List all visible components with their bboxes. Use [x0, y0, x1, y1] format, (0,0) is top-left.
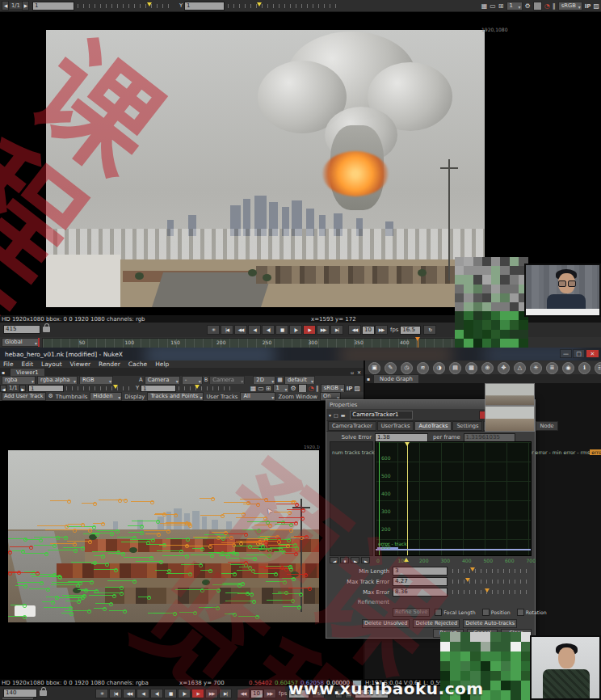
viewer-thumbnail[interactable] — [485, 406, 535, 432]
play-forward-button[interactable]: ▶ — [303, 325, 316, 335]
tab-usertracks[interactable]: UserTracks — [377, 421, 414, 431]
layer-count-dropdown[interactable]: 1 — [506, 2, 523, 11]
next-keyframe-button[interactable]: ▶▶ — [205, 689, 218, 698]
gamma-field[interactable]: 1 — [141, 385, 176, 392]
toolbar-channel-icon[interactable]: ≋ — [417, 362, 429, 374]
toolbar-metadata-icon[interactable]: ℹ — [578, 362, 590, 374]
toolbar-toolsets-icon[interactable]: ☷ — [595, 362, 601, 374]
prev-keyframe-button[interactable]: ◀◀ — [123, 689, 136, 698]
checkbox-rotation[interactable]: Rotation — [517, 609, 547, 616]
background-swatch[interactable] — [533, 2, 542, 11]
frame-increment-field[interactable]: 10 — [250, 689, 263, 698]
menu-cache[interactable]: Cache — [128, 361, 147, 368]
jump-back-button[interactable]: ◀◀ — [237, 689, 250, 698]
stereo-dropdown[interactable]: default — [284, 376, 315, 385]
input-a-dropdown[interactable]: Camera — [145, 376, 180, 385]
frame-range-mode-dropdown[interactable]: Global — [2, 338, 39, 347]
goto-end-button[interactable]: ▶| — [219, 689, 232, 698]
graph-playhead-line[interactable] — [407, 442, 408, 556]
zoom-prev-button[interactable]: ◀ — [2, 1, 9, 11]
max-track-error-slider[interactable] — [452, 580, 528, 584]
display-channel-dropdown[interactable]: RGB — [79, 376, 113, 385]
alpha-dropdown[interactable]: rgba.alpha — [37, 376, 78, 385]
stop-button[interactable]: ■ — [164, 689, 177, 698]
range-mode-sliver[interactable] — [2, 697, 34, 700]
max-error-slider[interactable] — [452, 590, 528, 594]
node-name-field[interactable]: CameraTracker1 — [350, 411, 413, 420]
stat-error-rms[interactable]: error - rms — [561, 449, 590, 455]
zoom-next-button[interactable]: ▶ — [19, 385, 26, 392]
ab-sync-button[interactable]: ✳ — [95, 689, 108, 698]
input-process-toggle[interactable]: IP — [347, 386, 353, 392]
pane-float-icon[interactable]: ▫ — [351, 368, 354, 377]
next-keyframe-button[interactable]: ▶▶ — [317, 325, 330, 335]
maximize-button[interactable]: □ — [573, 349, 585, 358]
grid-icon[interactable]: ▦ — [277, 376, 283, 385]
view-mode-dropdown[interactable]: 2D — [253, 376, 275, 385]
loop-mode-button[interactable]: ↻ — [423, 325, 436, 335]
tab-cameratracker[interactable]: CameraTracker — [328, 421, 376, 431]
add-user-track-button[interactable]: Add User Track — [2, 392, 46, 401]
toolbar-keyer-icon[interactable]: ▩ — [465, 362, 477, 374]
zoom-prev-button[interactable]: ◀ — [0, 385, 6, 392]
layer-dropdown[interactable]: rgba — [2, 376, 36, 385]
gamma-slider[interactable] — [228, 4, 341, 8]
min-length-field[interactable]: 3 — [393, 567, 448, 576]
ab-sync-button[interactable]: ✳ — [207, 325, 220, 335]
error-graph-plot[interactable]: error - track 600500400300200100 — [375, 441, 532, 556]
thumbnails-dropdown[interactable]: Hidden — [90, 392, 122, 401]
toolbar-transform-icon[interactable]: ✥ — [498, 362, 510, 374]
step-back-button[interactable]: ◀| — [150, 689, 163, 698]
pause-icon[interactable]: ∥ — [553, 2, 556, 11]
window-titlebar[interactable]: hebao_hero_v01.nk [modified] - NukeX — □… — [0, 348, 601, 361]
frame-increment-field[interactable]: 10 — [362, 326, 375, 335]
step-back-button[interactable]: ◀| — [262, 325, 275, 335]
expand-icon[interactable]: ▾ — [329, 411, 331, 420]
track-gear-icon[interactable]: ⚙ — [48, 392, 53, 401]
panel-icon[interactable]: ▭ — [490, 2, 496, 11]
toolbar-image-icon[interactable]: ▣ — [368, 362, 380, 374]
input-b-dropdown[interactable]: Camera — [209, 376, 245, 385]
stat-num-tracks[interactable]: num tracks — [330, 449, 360, 455]
play-backward-button[interactable]: ◀ — [248, 325, 261, 335]
checkbox-box[interactable] — [517, 609, 524, 616]
toolbar-filter-icon[interactable]: ▤ — [449, 362, 461, 374]
play-forward-button[interactable]: ▶ — [191, 689, 204, 698]
max-track-error-field[interactable]: 4.27 — [393, 577, 448, 586]
checker-icon[interactable]: ▨ — [593, 2, 599, 11]
gamma-slider[interactable] — [179, 386, 232, 390]
delete-unsolved-button[interactable]: Delete Unsolved — [362, 619, 410, 628]
viewer-thumbnail[interactable] — [485, 383, 535, 406]
refine-solve-button[interactable]: Refine Solve — [393, 608, 430, 617]
minimize-button[interactable]: — — [560, 349, 572, 358]
jump-forward-button[interactable]: ▶▶ — [375, 325, 388, 335]
tab-autotracks[interactable]: AutoTracks — [414, 421, 452, 431]
toolbar-merge-icon[interactable]: ⊕ — [481, 362, 494, 374]
input-process-toggle[interactable]: IP — [585, 3, 591, 10]
solve-error-field[interactable]: 1.38 — [375, 433, 428, 442]
toolbar-particles-icon[interactable]: ✳ — [530, 362, 542, 374]
user-tracks-dropdown[interactable]: All — [240, 392, 275, 401]
clock-icon[interactable]: ◔ — [544, 2, 550, 11]
gear-icon[interactable]: ⚙ — [525, 2, 531, 11]
gain-slider[interactable] — [78, 4, 173, 8]
delete-rejected-button[interactable]: Delete Rejected — [413, 619, 460, 628]
checkbox-box[interactable] — [482, 609, 490, 616]
goto-end-button[interactable]: ▶| — [330, 325, 343, 335]
pane-x-icon[interactable]: ✕ — [357, 368, 361, 377]
tab-node-graph[interactable]: Node Graph — [373, 374, 419, 383]
center-icon[interactable]: ▬ — [341, 411, 346, 420]
zoom-next-button[interactable]: ▶ — [22, 1, 29, 11]
prev-keyframe-button[interactable]: ◀◀ — [234, 325, 247, 335]
current-frame-field[interactable]: 415 — [3, 325, 40, 334]
goto-start-button[interactable]: |◀ — [109, 689, 122, 698]
stop-button[interactable]: ■ — [275, 325, 288, 335]
tab-settings[interactable]: Settings — [452, 421, 482, 431]
gain-slider[interactable] — [66, 386, 131, 390]
fps-field[interactable]: 16.5 — [400, 326, 421, 335]
tab-node[interactable]: Node — [536, 421, 557, 431]
frame-lock-icon[interactable] — [43, 327, 50, 332]
goto-start-button[interactable]: |◀ — [221, 325, 233, 335]
play-backward-button[interactable]: ◀ — [137, 689, 149, 698]
display-dropdown[interactable]: Tracks and Points — [147, 392, 204, 401]
